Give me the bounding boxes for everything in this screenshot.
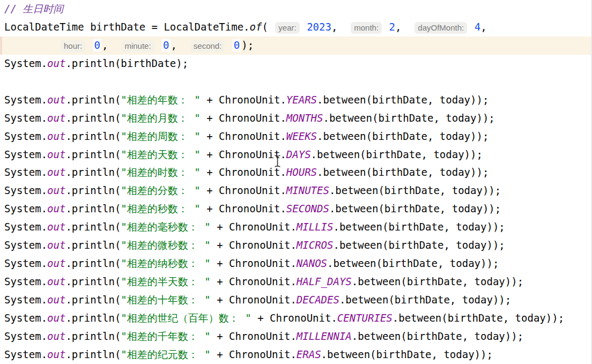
string-token: "相差的秒数： " xyxy=(121,203,200,214)
constant-token: SECONDS xyxy=(286,203,329,214)
string-token: "相差的年数： " xyxy=(121,94,200,106)
code-token: + ChronoUnit. xyxy=(211,276,297,287)
string-token: "相差的纳秒数： " xyxy=(121,257,210,269)
code-token: + ChronoUnit. xyxy=(201,166,286,178)
code-line: System.out.println("相差的纪元数： " + ChronoUn… xyxy=(0,346,592,364)
code-token: .println( xyxy=(65,294,121,306)
code-token: .println( xyxy=(65,312,121,324)
code-token: + ChronoUnit. xyxy=(211,294,297,306)
code-token: , xyxy=(395,21,413,33)
code-line: System.out.println("相差的毫秒数： " + ChronoUn… xyxy=(0,218,592,236)
code-token: System. xyxy=(4,239,47,251)
code-editor[interactable]: // 生日时间LocalDateTime birthDate = LocalDa… xyxy=(0,0,592,364)
string-token: "相差的分数： " xyxy=(121,184,200,196)
code-token: .println( xyxy=(65,148,121,160)
constant-token: out xyxy=(47,348,65,360)
constant-token: out xyxy=(47,184,65,196)
constant-token: NANOS xyxy=(297,257,327,269)
code-token: .println( xyxy=(65,330,121,342)
code-token: System. xyxy=(4,221,47,233)
code-token: + ChronoUnit. xyxy=(201,112,286,124)
code-line: System.out.println("相差的十年数： " + ChronoUn… xyxy=(0,291,592,309)
code-token: System. xyxy=(4,330,47,342)
code-line: System.out.println("相差的年数： " + ChronoUni… xyxy=(0,91,592,109)
constant-token: MILLENNIA xyxy=(297,330,352,342)
constant-token: out xyxy=(47,330,65,342)
constant-token: out xyxy=(47,276,65,287)
code-token: System. xyxy=(4,57,47,69)
number-token: 2 xyxy=(389,21,395,33)
string-token: "相差的周数： " xyxy=(121,130,200,142)
code-token: .between(birthDate, today)); xyxy=(329,184,501,196)
code-token: ( xyxy=(262,21,274,33)
string-token: "相差的世纪（百年）数： " xyxy=(121,312,251,324)
code-token: , xyxy=(171,39,189,51)
code-line: System.out.println("相差的分数： " + ChronoUni… xyxy=(0,182,592,200)
code-token: .between(birthDate, today)); xyxy=(352,276,523,287)
code-token: + ChronoUnit. xyxy=(211,348,297,360)
code-token: System. xyxy=(4,148,47,160)
parameter-hint-chip[interactable]: hour: xyxy=(61,40,85,52)
code-token: + ChronoUnit. xyxy=(201,130,286,142)
constant-token: CENTURIES xyxy=(337,312,393,324)
code-token: .println( xyxy=(65,239,121,251)
code-token: .between(birthDate, today)); xyxy=(333,221,505,233)
code-token: System. xyxy=(4,130,47,142)
code-line: System.out.println("相差的世纪（百年）数： " + Chro… xyxy=(0,309,592,328)
code-token: System. xyxy=(4,94,47,106)
constant-token: out xyxy=(47,94,65,106)
parameter-hint-chip[interactable]: dayOfMonth: xyxy=(415,22,467,34)
code-line: System.out.println("相差的纳秒数： " + ChronoUn… xyxy=(0,255,592,273)
string-token: "相差的纪元数： " xyxy=(121,348,210,360)
constant-token: WEEKS xyxy=(286,130,317,142)
number-token: 0 xyxy=(232,39,241,52)
constant-token: out xyxy=(47,221,65,233)
constant-token: MONTHS xyxy=(286,112,323,124)
code-token: .println( xyxy=(65,166,121,178)
code-line: System.out.println("相差的微秒数： " + ChronoUn… xyxy=(0,236,592,255)
code-token: .println( xyxy=(65,184,121,196)
constant-token: out xyxy=(47,57,65,69)
string-token: "相差的半天数： " xyxy=(121,276,210,287)
constant-token: out xyxy=(47,130,65,142)
code-token: .between(birthDate, today)); xyxy=(317,166,489,178)
code-line: System.out.println("相差的千年数： " + ChronoUn… xyxy=(0,328,592,346)
code-token: + ChronoUnit. xyxy=(211,239,297,251)
code-token: LocalDateTime birthDate = LocalDateTime. xyxy=(4,21,250,33)
code-token: + ChronoUnit. xyxy=(201,184,286,196)
code-line: System.out.println("相差的时数： " + ChronoUni… xyxy=(0,164,592,182)
code-token: .between(birthDate, today)); xyxy=(327,257,499,269)
code-token: .between(birthDate, today)); xyxy=(311,148,483,160)
string-token: "相差的千年数： " xyxy=(121,330,210,342)
code-token xyxy=(226,39,232,51)
constant-token: out xyxy=(47,294,65,306)
code-token: System. xyxy=(4,276,47,287)
code-token: System. xyxy=(4,203,47,214)
code-token: .between(birthDate, today)); xyxy=(339,294,511,306)
parameter-hint-chip[interactable]: second: xyxy=(190,40,225,52)
code-token: System. xyxy=(4,312,47,324)
code-token: + ChronoUnit. xyxy=(201,203,286,214)
code-line xyxy=(0,73,592,91)
string-token: "相差的毫秒数： " xyxy=(121,221,210,233)
constant-token: DECADES xyxy=(297,294,339,306)
code-token xyxy=(4,39,60,51)
code-token: .between(birthDate, today)); xyxy=(323,112,494,124)
constant-token: MILLIS xyxy=(297,221,334,233)
number-token: 0 xyxy=(161,39,171,52)
code-token: .println( xyxy=(65,348,121,360)
parameter-hint-chip[interactable]: minute: xyxy=(121,40,154,52)
code-token: System. xyxy=(4,348,47,360)
parameter-hint-chip[interactable]: month: xyxy=(351,22,382,34)
code-token: .between(birthDate, today)); xyxy=(352,330,523,342)
code-token: .println( xyxy=(65,221,121,233)
code-token: .between(birthDate, today)); xyxy=(333,239,505,251)
parameter-hint-chip[interactable]: year: xyxy=(275,22,299,34)
code-token: + ChronoUnit. xyxy=(201,148,286,160)
code-token: System. xyxy=(4,112,47,124)
code-token: System. xyxy=(4,294,47,306)
comment-token: // 生日时间 xyxy=(4,3,63,14)
constant-token: out xyxy=(47,112,65,124)
code-token xyxy=(301,21,307,33)
constant-token: MINUTES xyxy=(286,184,329,196)
